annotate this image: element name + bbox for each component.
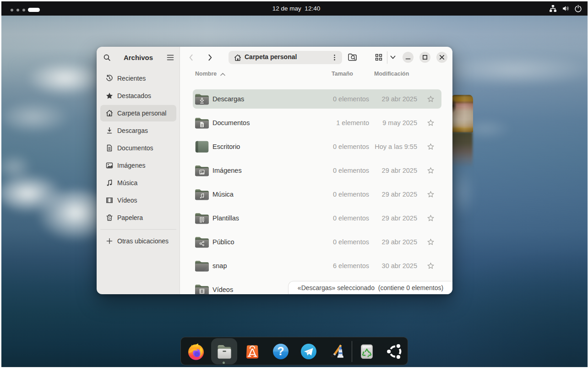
svg-text:?: ? <box>277 345 284 357</box>
